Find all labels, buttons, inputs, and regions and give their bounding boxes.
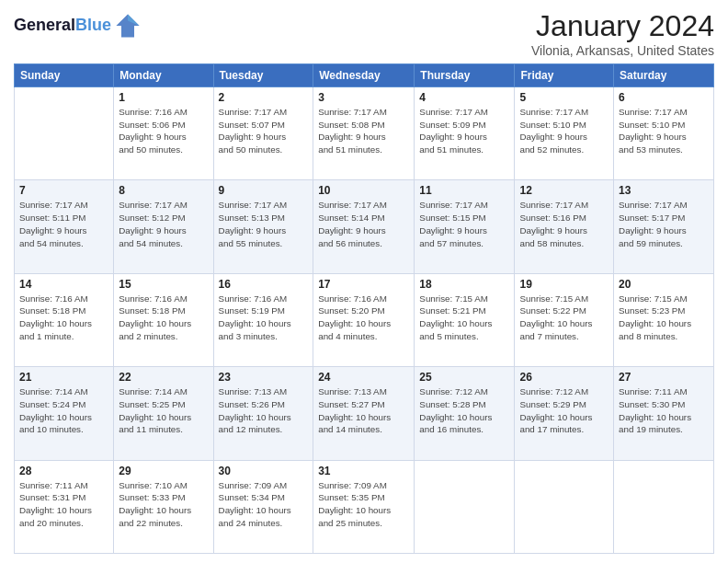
day-info: Sunrise: 7:17 AMSunset: 5:12 PMDaylight:… [119,199,208,249]
calendar-cell [614,460,714,553]
day-info: Sunrise: 7:12 AMSunset: 5:28 PMDaylight:… [419,385,509,436]
day-number: 25 [419,371,509,384]
day-number: 10 [318,184,409,197]
weekday-header-monday: Monday [114,64,213,87]
day-info: Sunrise: 7:16 AMSunset: 5:19 PMDaylight:… [219,293,309,343]
day-info: Sunrise: 7:15 AMSunset: 5:23 PMDaylight:… [619,293,709,343]
header: GeneralBlue January 2024 Vilonia, Arkans… [14,9,714,58]
day-number: 22 [119,371,208,384]
day-info: Sunrise: 7:16 AMSunset: 5:18 PMDaylight:… [19,293,108,343]
calendar-cell: 5Sunrise: 7:17 AMSunset: 5:10 PMDaylight… [515,87,614,180]
day-number: 30 [219,465,309,477]
calendar-cell: 23Sunrise: 7:13 AMSunset: 5:26 PMDayligh… [213,367,313,460]
day-info: Sunrise: 7:15 AMSunset: 5:22 PMDaylight:… [519,293,609,343]
day-number: 24 [318,371,409,384]
month-title: January 2024 [531,9,714,43]
day-info: Sunrise: 7:17 AMSunset: 5:07 PMDaylight:… [219,106,309,156]
day-number: 21 [19,371,108,384]
day-number: 23 [219,371,309,384]
week-row-1: 1Sunrise: 7:16 AMSunset: 5:06 PMDaylight… [15,87,714,180]
day-info: Sunrise: 7:17 AMSunset: 5:14 PMDaylight:… [318,199,409,249]
calendar-cell: 30Sunrise: 7:09 AMSunset: 5:34 PMDayligh… [213,460,313,553]
calendar-cell: 11Sunrise: 7:17 AMSunset: 5:15 PMDayligh… [415,180,515,273]
day-info: Sunrise: 7:16 AMSunset: 5:18 PMDaylight:… [119,293,208,343]
calendar-cell: 24Sunrise: 7:13 AMSunset: 5:27 PMDayligh… [313,367,415,460]
calendar-cell: 12Sunrise: 7:17 AMSunset: 5:16 PMDayligh… [515,180,614,273]
day-number: 18 [419,278,509,291]
calendar-cell: 7Sunrise: 7:17 AMSunset: 5:11 PMDaylight… [15,180,114,273]
day-info: Sunrise: 7:11 AMSunset: 5:30 PMDaylight:… [619,385,709,436]
day-info: Sunrise: 7:13 AMSunset: 5:26 PMDaylight:… [219,385,309,436]
calendar-cell [15,87,114,180]
day-number: 9 [219,184,309,197]
logo-icon [115,13,141,39]
day-number: 12 [519,184,609,197]
week-row-3: 14Sunrise: 7:16 AMSunset: 5:18 PMDayligh… [15,273,714,366]
calendar-table: SundayMondayTuesdayWednesdayThursdayFrid… [14,63,714,554]
day-number: 4 [419,91,509,104]
weekday-header-row: SundayMondayTuesdayWednesdayThursdayFrid… [15,64,714,87]
calendar-cell: 21Sunrise: 7:14 AMSunset: 5:24 PMDayligh… [15,367,114,460]
day-number: 26 [519,371,609,384]
calendar-cell: 13Sunrise: 7:17 AMSunset: 5:17 PMDayligh… [614,180,714,273]
calendar-cell: 22Sunrise: 7:14 AMSunset: 5:25 PMDayligh… [114,367,213,460]
calendar-cell: 28Sunrise: 7:11 AMSunset: 5:31 PMDayligh… [15,460,114,553]
calendar-cell: 19Sunrise: 7:15 AMSunset: 5:22 PMDayligh… [515,273,614,366]
day-info: Sunrise: 7:16 AMSunset: 5:06 PMDaylight:… [119,106,208,156]
calendar-cell: 10Sunrise: 7:17 AMSunset: 5:14 PMDayligh… [313,180,415,273]
weekday-header-saturday: Saturday [614,64,714,87]
day-info: Sunrise: 7:12 AMSunset: 5:29 PMDaylight:… [519,385,609,436]
day-number: 5 [519,91,609,104]
page: GeneralBlue January 2024 Vilonia, Arkans… [0,0,728,563]
calendar-cell: 17Sunrise: 7:16 AMSunset: 5:20 PMDayligh… [313,273,415,366]
calendar-cell: 14Sunrise: 7:16 AMSunset: 5:18 PMDayligh… [15,273,114,366]
day-info: Sunrise: 7:09 AMSunset: 5:35 PMDaylight:… [318,479,409,530]
day-info: Sunrise: 7:17 AMSunset: 5:13 PMDaylight:… [219,199,309,249]
day-number: 6 [619,91,709,104]
calendar-cell: 29Sunrise: 7:10 AMSunset: 5:33 PMDayligh… [114,460,213,553]
day-number: 2 [219,91,309,104]
day-number: 14 [19,278,108,291]
logo-text: GeneralBlue [14,17,111,35]
day-info: Sunrise: 7:17 AMSunset: 5:16 PMDaylight:… [519,199,609,249]
day-number: 8 [119,184,208,197]
calendar-cell [415,460,515,553]
day-number: 17 [318,278,409,291]
calendar-cell: 1Sunrise: 7:16 AMSunset: 5:06 PMDaylight… [114,87,213,180]
calendar-cell: 2Sunrise: 7:17 AMSunset: 5:07 PMDaylight… [213,87,313,180]
day-number: 28 [19,465,108,477]
logo: GeneralBlue [14,13,141,39]
calendar-cell: 16Sunrise: 7:16 AMSunset: 5:19 PMDayligh… [213,273,313,366]
day-number: 7 [19,184,108,197]
day-number: 29 [119,465,208,477]
weekday-header-sunday: Sunday [15,64,114,87]
day-info: Sunrise: 7:17 AMSunset: 5:10 PMDaylight:… [519,106,609,156]
day-number: 15 [119,278,208,291]
day-info: Sunrise: 7:09 AMSunset: 5:34 PMDaylight:… [219,479,309,530]
calendar-cell: 20Sunrise: 7:15 AMSunset: 5:23 PMDayligh… [614,273,714,366]
calendar-cell: 31Sunrise: 7:09 AMSunset: 5:35 PMDayligh… [313,460,415,553]
day-info: Sunrise: 7:17 AMSunset: 5:11 PMDaylight:… [19,199,108,249]
calendar-cell: 15Sunrise: 7:16 AMSunset: 5:18 PMDayligh… [114,273,213,366]
weekday-header-wednesday: Wednesday [313,64,415,87]
day-info: Sunrise: 7:17 AMSunset: 5:09 PMDaylight:… [419,106,509,156]
day-info: Sunrise: 7:16 AMSunset: 5:20 PMDaylight:… [318,293,409,343]
title-area: January 2024 Vilonia, Arkansas, United S… [531,9,714,58]
day-info: Sunrise: 7:17 AMSunset: 5:17 PMDaylight:… [619,199,709,249]
week-row-4: 21Sunrise: 7:14 AMSunset: 5:24 PMDayligh… [15,367,714,460]
calendar-cell: 26Sunrise: 7:12 AMSunset: 5:29 PMDayligh… [515,367,614,460]
weekday-header-thursday: Thursday [415,64,515,87]
week-row-2: 7Sunrise: 7:17 AMSunset: 5:11 PMDaylight… [15,180,714,273]
day-number: 1 [119,91,208,104]
day-number: 20 [619,278,709,291]
calendar-cell: 27Sunrise: 7:11 AMSunset: 5:30 PMDayligh… [614,367,714,460]
day-info: Sunrise: 7:17 AMSunset: 5:08 PMDaylight:… [318,106,409,156]
calendar-cell: 4Sunrise: 7:17 AMSunset: 5:09 PMDaylight… [415,87,515,180]
location: Vilonia, Arkansas, United States [531,43,714,58]
calendar-cell: 25Sunrise: 7:12 AMSunset: 5:28 PMDayligh… [415,367,515,460]
day-info: Sunrise: 7:13 AMSunset: 5:27 PMDaylight:… [318,385,409,436]
day-number: 16 [219,278,309,291]
day-number: 31 [318,465,409,477]
week-row-5: 28Sunrise: 7:11 AMSunset: 5:31 PMDayligh… [15,460,714,553]
calendar-cell [515,460,614,553]
